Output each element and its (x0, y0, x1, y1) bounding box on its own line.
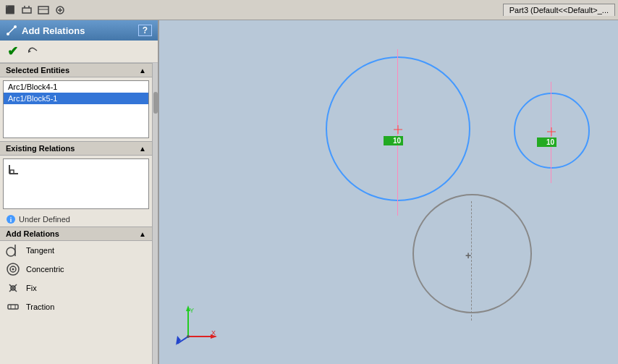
constraint-box-right: 10 (537, 137, 556, 147)
add-relations-section: Add Relations ▲ (0, 227, 152, 241)
center-cross-right (547, 127, 556, 136)
canvas-area: 10 10 + (159, 20, 618, 364)
existing-relations-collapse[interactable]: ▲ (139, 145, 146, 153)
concentric-label: Concentric (26, 265, 64, 274)
toolbar-icon-1[interactable]: ⬛ (3, 3, 17, 17)
toolbar-icon-3[interactable] (36, 3, 51, 17)
toolbar-icon-4[interactable] (53, 3, 67, 17)
coordinate-axes: Y X (174, 304, 217, 350)
tangent-label: Tangent (26, 246, 54, 255)
status-text: Under Defined (19, 215, 70, 224)
existing-relations-list (3, 158, 149, 209)
svg-rect-14 (10, 170, 14, 174)
add-relations-list: Tangent Concentric (0, 241, 152, 364)
constraint-label-left: 10 (393, 137, 401, 145)
svg-text:Y: Y (190, 307, 194, 314)
selected-entities-section: Selected Entities ▲ (0, 63, 152, 77)
add-relations-label: Add Relations (6, 229, 59, 238)
selected-entities-label: Selected Entities (6, 66, 69, 75)
toolbar-icon-2[interactable] (20, 3, 34, 17)
panel-scrollbar[interactable] (152, 63, 158, 364)
action-buttons: ✔ (0, 41, 158, 63)
entity-item-0[interactable]: Arc1/Block4-1 (4, 81, 148, 93)
selected-entities-collapse[interactable]: ▲ (139, 67, 146, 75)
traction-label: Traction (26, 302, 54, 311)
panel-help[interactable]: ? (138, 25, 152, 36)
add-relations-collapse[interactable]: ▲ (139, 230, 146, 238)
relations-icon (6, 25, 17, 36)
svg-point-21 (12, 268, 14, 271)
info-icon: i (6, 214, 16, 224)
panel-title: Add Relations (22, 25, 85, 36)
svg-rect-29 (539, 140, 545, 145)
center-plus-gray: + (465, 250, 471, 261)
panel-scrollbar-thumb[interactable] (153, 92, 158, 114)
traction-icon (6, 300, 20, 314)
svg-point-38 (187, 335, 190, 338)
constraint-label-right: 10 (546, 138, 554, 146)
ok-button[interactable]: ✔ (4, 43, 20, 59)
svg-line-8 (8, 27, 15, 34)
existing-relations-label: Existing Relations (6, 144, 75, 153)
svg-rect-28 (386, 138, 391, 144)
tangent-icon (6, 243, 20, 258)
tangent-item[interactable]: Tangent (0, 241, 152, 260)
constraint-box-left: 10 (384, 136, 403, 145)
existing-relations-section: Existing Relations ▲ (0, 141, 152, 156)
existing-relation-icon (7, 162, 21, 177)
fix-item[interactable]: Fix (0, 279, 152, 297)
concentric-item[interactable]: Concentric (0, 260, 152, 279)
svg-rect-0 (22, 8, 31, 13)
circle-large-gray (412, 194, 532, 313)
part-tab[interactable]: Part3 (Default<<Default>_... (503, 4, 615, 16)
svg-rect-3 (38, 7, 48, 14)
svg-point-17 (7, 247, 15, 256)
svg-point-10 (14, 25, 17, 28)
fix-label: Fix (26, 284, 37, 292)
undo-button[interactable] (25, 43, 41, 59)
svg-point-9 (7, 33, 9, 35)
concentric-icon (6, 262, 20, 276)
entity-item-1[interactable]: Arc1/Block5-1 (4, 93, 148, 104)
svg-rect-25 (8, 305, 18, 309)
center-cross-left (394, 125, 402, 134)
svg-text:i: i (10, 216, 12, 224)
panel-header: Add Relations ? (0, 20, 158, 41)
status-bar: i Under Defined (0, 212, 152, 227)
entities-list: Arc1/Block4-1 Arc1/Block5-1 (3, 80, 149, 138)
fix-icon (6, 281, 20, 295)
svg-marker-11 (28, 50, 31, 53)
svg-text:X: X (211, 329, 216, 337)
traction-item[interactable]: Traction (0, 297, 152, 316)
